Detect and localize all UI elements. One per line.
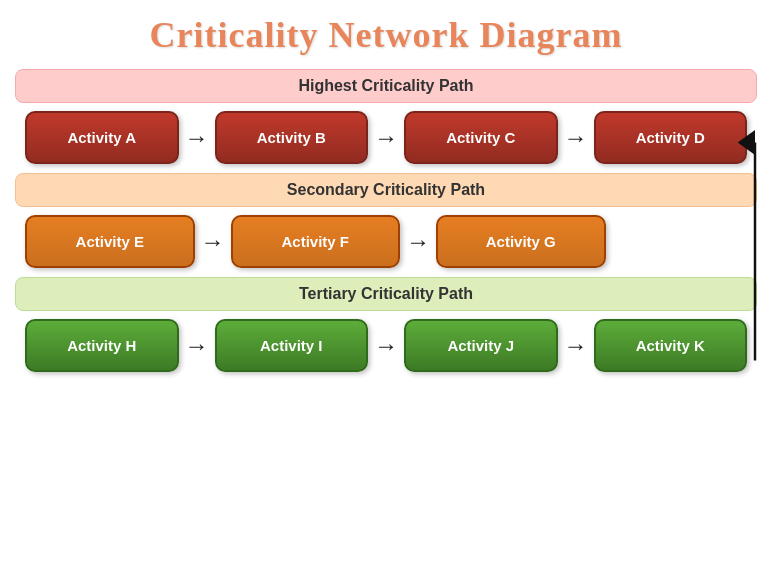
activity-d[interactable]: Activity D	[594, 111, 748, 164]
activity-f[interactable]: Activity F	[231, 215, 401, 268]
secondary-activities-row: Activity E Activity F Activity G	[15, 211, 757, 272]
arrow-j-k	[558, 332, 594, 360]
diagram-wrapper: Criticality Network Diagram Highest Crit…	[0, 0, 772, 573]
tertiary-path-section: Tertiary Criticality Path Activity H Act…	[15, 277, 757, 376]
diagram-title: Criticality Network Diagram	[15, 10, 757, 64]
arrow-c-d	[558, 124, 594, 152]
highest-path-label: Highest Criticality Path	[15, 69, 757, 103]
highest-activities-row: Activity A Activity B Activity C Activit…	[15, 107, 757, 168]
activity-k[interactable]: Activity K	[594, 319, 748, 372]
activity-j[interactable]: Activity J	[404, 319, 558, 372]
arrow-e-f	[195, 228, 231, 256]
arrow-h-i	[179, 332, 215, 360]
activity-i[interactable]: Activity I	[215, 319, 369, 372]
activity-e[interactable]: Activity E	[25, 215, 195, 268]
activity-c[interactable]: Activity C	[404, 111, 558, 164]
arrow-a-b	[179, 124, 215, 152]
main-content: Criticality Network Diagram Highest Crit…	[0, 0, 772, 573]
activity-g[interactable]: Activity G	[436, 215, 606, 268]
activity-h[interactable]: Activity H	[25, 319, 179, 372]
arrow-i-j	[368, 332, 404, 360]
highest-path-section: Highest Criticality Path Activity A Acti…	[15, 69, 757, 168]
tertiary-activities-row: Activity H Activity I Activity J Activit…	[15, 315, 757, 376]
secondary-path-section: Secondary Criticality Path Activity E Ac…	[15, 173, 757, 272]
arrow-b-c	[368, 124, 404, 152]
activity-a[interactable]: Activity A	[25, 111, 179, 164]
secondary-path-label: Secondary Criticality Path	[15, 173, 757, 207]
arrow-f-g	[400, 228, 436, 256]
activity-b[interactable]: Activity B	[215, 111, 369, 164]
tertiary-path-label: Tertiary Criticality Path	[15, 277, 757, 311]
